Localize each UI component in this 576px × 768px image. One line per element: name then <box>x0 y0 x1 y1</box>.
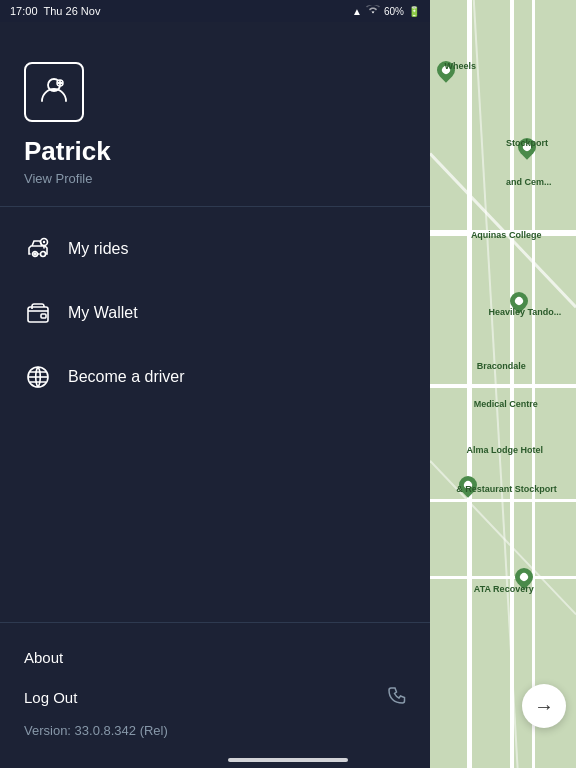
map-road <box>532 0 535 768</box>
battery-text: 60% <box>384 6 404 17</box>
nav-item-my-wallet[interactable]: My Wallet <box>0 281 430 345</box>
map-road <box>467 0 472 768</box>
home-indicator <box>228 758 348 762</box>
arrow-right-icon: → <box>534 695 554 718</box>
status-right: ▲ 60% 🔋 <box>352 5 420 17</box>
map-label: Medical Centre <box>474 399 538 409</box>
bottom-section: About Log Out Version: 33.0.8.342 (Rel) <box>0 622 430 768</box>
status-bar: 17:00 Thu 26 Nov ▲ 60% 🔋 <box>0 0 430 22</box>
map-road <box>430 499 576 502</box>
map-label: Stockport <box>506 138 548 148</box>
globe-icon <box>24 363 52 391</box>
rides-icon <box>24 235 52 263</box>
avatar-icon <box>38 74 70 110</box>
version-text: Version: 33.0.8.342 (Rel) <box>24 719 406 738</box>
signal-icon: ▲ <box>352 6 362 17</box>
logout-label: Log Out <box>24 689 77 706</box>
wifi-icon <box>366 5 380 17</box>
map-label: Aquinas College <box>471 230 542 240</box>
map-label: Wheels <box>445 61 477 71</box>
map-label: ATA Recovery <box>474 584 534 594</box>
phone-icon <box>388 686 406 709</box>
time: 17:00 <box>10 5 38 17</box>
svg-point-3 <box>34 253 36 255</box>
status-left: 17:00 Thu 26 Nov <box>10 5 100 17</box>
forward-arrow-button[interactable]: → <box>522 684 566 728</box>
profile-section: Patrick View Profile <box>0 22 430 207</box>
map-label: & Restaurant Stockport <box>456 484 557 494</box>
map-road <box>430 576 576 579</box>
logout-item[interactable]: Log Out <box>24 676 406 719</box>
about-item[interactable]: About <box>24 639 406 676</box>
date: Thu 26 Nov <box>44 5 101 17</box>
svg-rect-8 <box>41 314 46 318</box>
wallet-icon <box>24 299 52 327</box>
my-rides-label: My rides <box>68 240 128 258</box>
map-background: Wheels Stockport and Cem... Aquinas Coll… <box>430 0 576 768</box>
svg-point-4 <box>41 252 46 257</box>
nav-item-my-rides[interactable]: My rides <box>0 217 430 281</box>
map-label: Alma Lodge Hotel <box>467 445 544 455</box>
map-label: Bracondale <box>477 361 526 371</box>
about-label: About <box>24 649 63 666</box>
svg-point-6 <box>43 241 45 243</box>
view-profile-link[interactable]: View Profile <box>24 171 406 186</box>
avatar <box>24 62 84 122</box>
nav-item-become-driver[interactable]: Become a driver <box>0 345 430 409</box>
profile-name: Patrick <box>24 136 406 167</box>
map-label: Heaviley Tando... <box>488 307 561 317</box>
my-wallet-label: My Wallet <box>68 304 138 322</box>
map-label: and Cem... <box>506 177 552 187</box>
battery-icon: 🔋 <box>408 6 420 17</box>
become-driver-label: Become a driver <box>68 368 185 386</box>
map-road <box>430 384 576 388</box>
map-road <box>510 0 514 768</box>
sidebar: 17:00 Thu 26 Nov ▲ 60% 🔋 <box>0 0 430 768</box>
nav-items: My rides My Wallet <box>0 207 430 622</box>
map-area: Wheels Stockport and Cem... Aquinas Coll… <box>430 0 576 768</box>
